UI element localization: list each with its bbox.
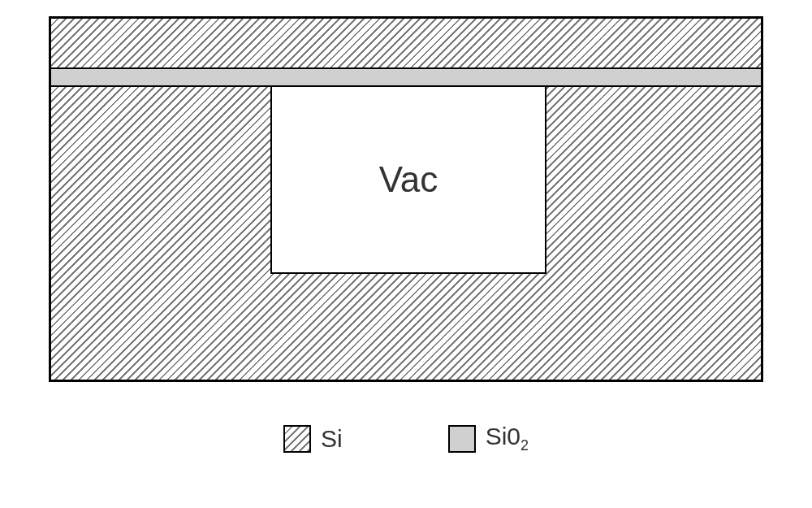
legend-sio2-sub: 2 xyxy=(520,437,529,454)
legend-item-sio2: Si02 xyxy=(448,423,529,454)
legend-sio2-base: Si0 xyxy=(486,423,520,449)
device-cross-section: Vac xyxy=(49,16,763,382)
legend: Si Si02 xyxy=(283,423,529,454)
layer-sio2 xyxy=(51,67,761,87)
swatch-hatch-icon xyxy=(283,425,311,453)
vacuum-cavity: Vac xyxy=(270,87,546,274)
layer-top-si xyxy=(51,19,761,67)
swatch-gray-icon xyxy=(448,425,476,453)
legend-sio2-label: Si02 xyxy=(486,423,529,454)
legend-item-si: Si xyxy=(283,425,343,453)
vacuum-label: Vac xyxy=(379,159,438,200)
legend-si-label: Si xyxy=(321,425,343,453)
